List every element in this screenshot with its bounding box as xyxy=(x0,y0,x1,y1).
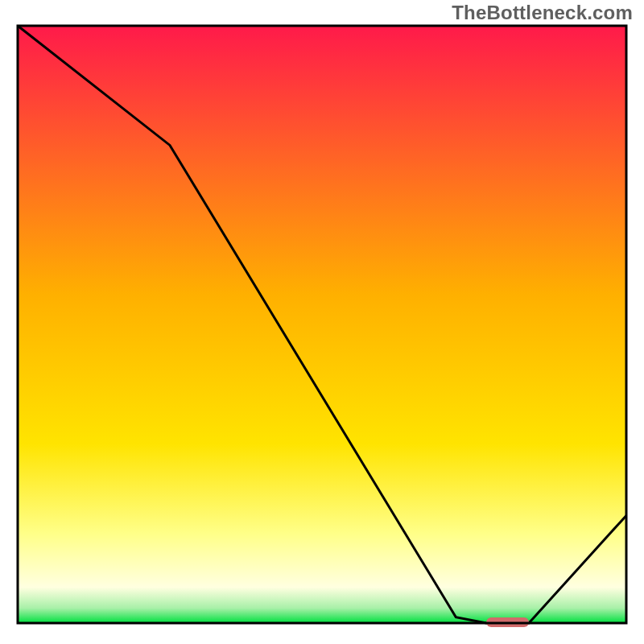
chart-container: { "watermark": "TheBottleneck.com", "cha… xyxy=(0,0,644,644)
watermark-text: TheBottleneck.com xyxy=(452,2,633,24)
plot-background xyxy=(18,26,626,623)
chart-svg xyxy=(0,0,644,644)
